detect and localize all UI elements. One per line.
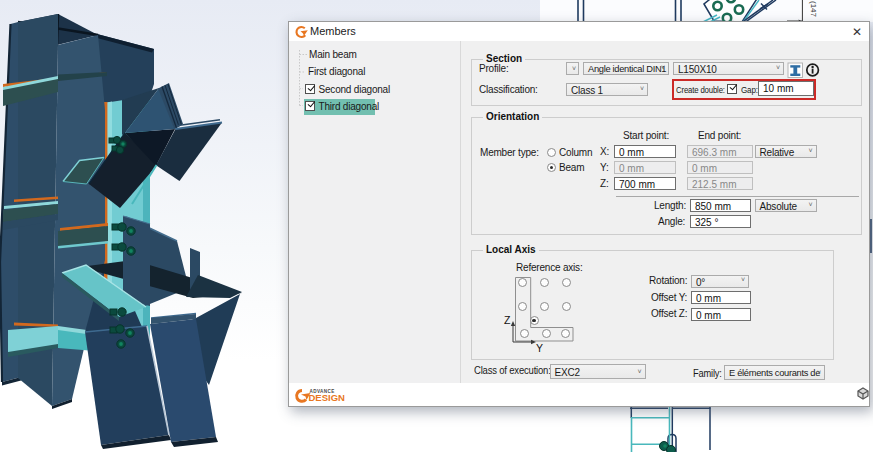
svg-text:(147: (147	[809, 1, 818, 18]
